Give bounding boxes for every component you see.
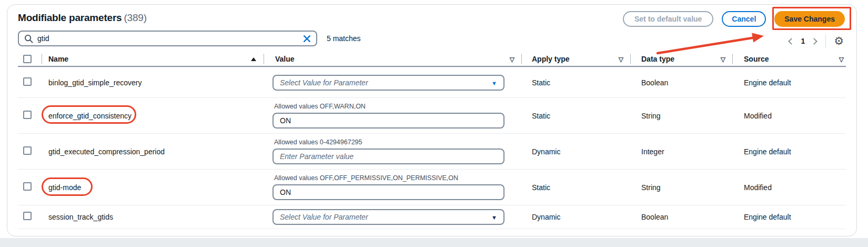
data-type-value: String [630,183,732,192]
source-value: Engine default [732,78,846,87]
save-changes-button[interactable]: Save Changes [774,11,845,27]
row-checkbox[interactable] [23,212,32,220]
panel-title-text: Modifiable parameters [18,12,122,23]
chevron-down-icon [491,78,497,87]
parameter-name: gtid_executed_compression_period [42,147,264,156]
clear-search-icon[interactable] [303,35,311,43]
pagination-divider [825,34,826,48]
parameter-name: gtid-mode [42,183,264,192]
row-checkbox[interactable] [23,111,32,119]
sort-icon-value [510,55,514,63]
apply-type-value: Static [521,78,630,87]
table-header-row: Name Value Apply type Data type Source [18,52,846,67]
modifiable-parameters-panel: Modifiable parameters(389) Set to defaul… [7,4,857,236]
settings-gear-icon[interactable] [834,35,844,47]
data-type-value: Boolean [630,78,732,87]
sort-icon-apply-type [619,55,623,63]
set-to-default-button[interactable]: Set to default value [623,11,713,27]
column-header-value-label: Value [275,55,295,63]
search-input[interactable] [37,34,303,43]
value-select[interactable]: Select Value for Parameter [272,75,504,91]
table-row: gtid_executed_compression_period Allowed… [18,133,846,169]
apply-type-value: Dynamic [521,147,630,156]
value-input[interactable] [280,150,497,163]
value-select[interactable]: Select Value for Parameter [272,209,504,225]
select-all-checkbox[interactable] [23,55,32,63]
allowed-values-hint: Allowed values OFF,WARN,ON [274,103,521,110]
sort-ascending-icon [251,57,256,61]
column-header-value[interactable]: Value [264,52,521,66]
value-input-wrapper [272,149,504,164]
search-icon [24,34,33,43]
value-input-wrapper [272,184,504,200]
allowed-values-hint: Allowed values 0-4294967295 [274,139,521,146]
allowed-values-hint: Allowed values OFF,OFF_PERMISSIVE,ON_PER… [274,174,521,182]
parameter-name: enforce_gtid_consistency [42,112,264,120]
table-row: session_track_gtids Select Value for Par… [18,205,846,229]
apply-type-value: Static [521,183,630,192]
column-header-name[interactable]: Name [42,52,264,66]
sort-icon-source [839,55,844,63]
table-row: enforce_gtid_consistency Allowed values … [18,97,846,133]
apply-type-value: Static [521,112,630,120]
value-input-wrapper [272,113,504,129]
table-row: gtid-mode Allowed values OFF,OFF_PERMISS… [18,169,846,205]
source-value: Modified [732,112,846,120]
parameters-table: Name Value Apply type Data type Source [18,52,846,229]
row-checkbox[interactable] [23,146,32,155]
panel-title: Modifiable parameters(389) [18,12,147,24]
source-value: Modified [732,183,846,192]
row-checkbox[interactable] [23,77,32,86]
column-header-source[interactable]: Source [732,52,846,66]
parameter-name: binlog_gtid_simple_recovery [42,78,264,87]
parameter-count: (389) [124,12,146,23]
data-type-value: Boolean [630,213,732,221]
select-placeholder: Select Value for Parameter [280,78,368,87]
row-checkbox[interactable] [23,182,32,191]
data-type-value: Integer [630,147,732,156]
pagination: 1 [787,33,844,49]
data-type-value: String [630,112,732,120]
column-header-data-type[interactable]: Data type [630,52,732,66]
next-page-icon[interactable] [811,38,817,45]
column-header-name-label: Name [48,55,68,63]
page-background-strip [0,238,868,247]
source-value: Engine default [732,213,846,221]
apply-type-value: Dynamic [521,213,630,221]
value-input[interactable] [280,185,497,199]
match-count: 5 matches [327,34,361,43]
panel-actions: Set to default value Cancel Save Changes [623,11,845,27]
value-input[interactable] [280,114,497,127]
select-placeholder: Select Value for Parameter [280,213,368,221]
parameter-name: session_track_gtids [42,213,264,221]
source-value: Engine default [732,147,846,156]
sort-icon-data-type [721,55,725,63]
select-all-cell [18,52,42,66]
search-row: 5 matches [18,31,361,46]
chevron-down-icon [491,213,497,221]
column-header-source-label: Source [744,55,769,63]
search-box[interactable] [18,31,317,46]
column-header-apply-type[interactable]: Apply type [521,52,630,66]
cancel-button[interactable]: Cancel [722,11,766,27]
column-header-apply-label: Apply type [532,55,570,63]
column-header-data-label: Data type [641,55,674,63]
table-row: binlog_gtid_simple_recovery Select Value… [18,67,846,97]
previous-page-icon[interactable] [789,38,795,45]
current-page-number[interactable]: 1 [801,37,805,45]
